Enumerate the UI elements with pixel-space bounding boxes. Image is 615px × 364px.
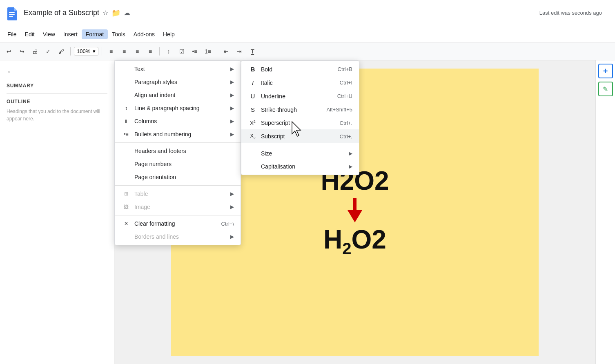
subscript-shortcut: Ctrl+, bbox=[340, 133, 352, 140]
left-sidebar: ← SUMMARY OUTLINE Headings that you add … bbox=[0, 60, 114, 364]
svg-rect-3 bbox=[9, 16, 13, 17]
clear-icon: ✕ bbox=[121, 221, 131, 226]
format-menu-image: 🖼 Image ▶ bbox=[115, 200, 241, 213]
edit-comment-button[interactable]: ✎ bbox=[598, 82, 613, 96]
docs-icon bbox=[5, 6, 20, 20]
page-numbers-menu-label: Page numbers bbox=[134, 161, 234, 167]
arrow-line bbox=[353, 198, 357, 210]
headers-menu-label: Headers and footers bbox=[134, 148, 234, 154]
text-italic[interactable]: I Italic Ctrl+I bbox=[241, 76, 359, 89]
align-center-button[interactable]: ≡ bbox=[118, 46, 130, 57]
menu-view[interactable]: View bbox=[39, 29, 59, 39]
text-bold[interactable]: B Bold Ctrl+B bbox=[241, 62, 359, 76]
toolbar-sep-3 bbox=[159, 47, 160, 55]
cloud-icon[interactable]: ☁ bbox=[124, 9, 130, 17]
align-left-button[interactable]: ≡ bbox=[105, 46, 117, 57]
add-comment-button[interactable]: + bbox=[598, 64, 613, 78]
folder-icon[interactable]: 📁 bbox=[111, 9, 120, 18]
svg-rect-2 bbox=[9, 14, 15, 15]
table-icon: ⊞ bbox=[121, 191, 131, 197]
strikethrough-shortcut: Alt+Shift+5 bbox=[326, 107, 352, 113]
bold-icon: B bbox=[248, 66, 258, 73]
capitalisation-arrow: ▶ bbox=[349, 164, 352, 169]
checklist-button[interactable]: ☑ bbox=[176, 46, 187, 57]
image-icon: 🖼 bbox=[121, 204, 131, 210]
borders-arrow: ▶ bbox=[230, 234, 234, 240]
formula-container: H2O2 H2O2 bbox=[321, 168, 389, 257]
redo-button[interactable]: ↪ bbox=[16, 46, 28, 57]
increase-indent-button[interactable]: ⇥ bbox=[234, 46, 245, 57]
bullet-list-button[interactable]: •≡ bbox=[189, 46, 201, 57]
numbered-list-button[interactable]: 1≡ bbox=[202, 46, 214, 57]
format-menu-bullets[interactable]: •≡ Bullets and numbering ▶ bbox=[115, 128, 241, 141]
capitalisation-label: Capitalisation bbox=[261, 163, 347, 170]
toolbar-sep-1 bbox=[70, 47, 71, 55]
size-label: Size bbox=[261, 150, 347, 157]
menu-insert[interactable]: Insert bbox=[59, 29, 82, 39]
format-menu-page-numbers[interactable]: Page numbers bbox=[115, 158, 241, 171]
menu-help[interactable]: Help bbox=[159, 29, 179, 39]
decrease-indent-button[interactable]: ⇤ bbox=[221, 46, 232, 57]
print-button[interactable]: 🖨 bbox=[29, 46, 41, 57]
align-menu-arrow: ▶ bbox=[230, 92, 234, 98]
text-subscript[interactable]: X2 Subscript Ctrl+, bbox=[241, 129, 359, 143]
image-menu-label: Image bbox=[134, 204, 229, 210]
toolbar: ↩ ↪ 🖨 ✓ 🖌 100% ▾ ≡ ≡ ≡ ≡ ↕ ☑ •≡ 1≡ ⇤ ⇥ T… bbox=[0, 42, 615, 60]
text-menu-arrow: ▶ bbox=[230, 66, 234, 72]
menu-format[interactable]: Format bbox=[82, 29, 108, 39]
right-sidebar: + ✎ bbox=[595, 60, 615, 364]
text-submenu: B Bold Ctrl+B I Italic Ctrl+I U Underlin… bbox=[241, 60, 359, 175]
format-menu-columns[interactable]: ⫿ Columns ▶ bbox=[115, 115, 241, 128]
align-right-button[interactable]: ≡ bbox=[131, 46, 143, 57]
menu-bar: File Edit View Insert Format Tools Add-o… bbox=[0, 26, 615, 42]
spellcheck-button[interactable]: ✓ bbox=[42, 46, 54, 57]
text-capitalisation[interactable]: Capitalisation ▶ bbox=[241, 160, 359, 173]
columns-arrow: ▶ bbox=[230, 118, 234, 124]
text-superscript[interactable]: X2 Superscript Ctrl+. bbox=[241, 116, 359, 129]
zoom-arrow-icon: ▾ bbox=[93, 48, 96, 54]
format-menu-paragraph[interactable]: Paragraph styles ▶ bbox=[115, 75, 241, 89]
back-icon: ← bbox=[7, 67, 15, 76]
text-size[interactable]: Size ▶ bbox=[241, 147, 359, 160]
format-menu-borders: Borders and lines ▶ bbox=[115, 230, 241, 243]
menu-tools[interactable]: Tools bbox=[108, 29, 129, 39]
format-menu-text[interactable]: Text ▶ bbox=[115, 62, 241, 75]
doc-title: Example of a Subscript bbox=[24, 9, 99, 17]
superscript-icon: X2 bbox=[248, 120, 258, 126]
line-spacing-icon: ↕ bbox=[121, 105, 131, 111]
svg-rect-1 bbox=[9, 12, 15, 13]
formula-after: H2O2 bbox=[323, 226, 386, 257]
paintformat-button[interactable]: 🖌 bbox=[56, 46, 67, 57]
format-menu-clear[interactable]: ✕ Clear formatting Ctrl+\ bbox=[115, 217, 241, 230]
sidebar-divider-1 bbox=[7, 93, 107, 94]
line-spacing-menu-label: Line & paragraph spacing bbox=[134, 105, 229, 111]
underline-label: Underline bbox=[261, 93, 334, 100]
align-justify-button[interactable]: ≡ bbox=[145, 46, 156, 57]
title-icons: ☆ 📁 ☁ bbox=[102, 9, 130, 18]
format-menu-align[interactable]: Align and indent ▶ bbox=[115, 89, 241, 102]
arrow-head bbox=[348, 210, 362, 222]
clear-format-button[interactable]: T̲ bbox=[247, 46, 258, 57]
arrow-down bbox=[348, 198, 362, 222]
format-menu-page-orientation[interactable]: Page orientation bbox=[115, 171, 241, 184]
undo-button[interactable]: ↩ bbox=[3, 46, 15, 57]
outline-label: OUTLINE bbox=[7, 99, 107, 104]
toolbar-sep-2 bbox=[102, 47, 102, 55]
zoom-value: 100% bbox=[77, 48, 90, 54]
menu-file[interactable]: File bbox=[3, 29, 21, 39]
page-orientation-menu-label: Page orientation bbox=[134, 174, 234, 180]
table-menu-label: Table bbox=[134, 191, 229, 197]
zoom-control[interactable]: 100% ▾ bbox=[74, 47, 98, 55]
menu-edit[interactable]: Edit bbox=[21, 29, 39, 39]
menu-addons[interactable]: Add-ons bbox=[129, 29, 159, 39]
summary-label: SUMMARY bbox=[7, 83, 107, 89]
back-button[interactable]: ← bbox=[7, 67, 107, 76]
text-strikethrough[interactable]: S Strike-through Alt+Shift+5 bbox=[241, 103, 359, 116]
line-spacing-button[interactable]: ↕ bbox=[163, 46, 174, 57]
format-menu-line-spacing[interactable]: ↕ Line & paragraph spacing ▶ bbox=[115, 102, 241, 115]
format-menu-headers[interactable]: Headers and footers bbox=[115, 144, 241, 158]
text-underline[interactable]: U Underline Ctrl+U bbox=[241, 89, 359, 103]
strikethrough-label: Strike-through bbox=[261, 107, 323, 113]
menu-divider-3 bbox=[115, 215, 241, 215]
star-icon[interactable]: ☆ bbox=[102, 9, 108, 17]
